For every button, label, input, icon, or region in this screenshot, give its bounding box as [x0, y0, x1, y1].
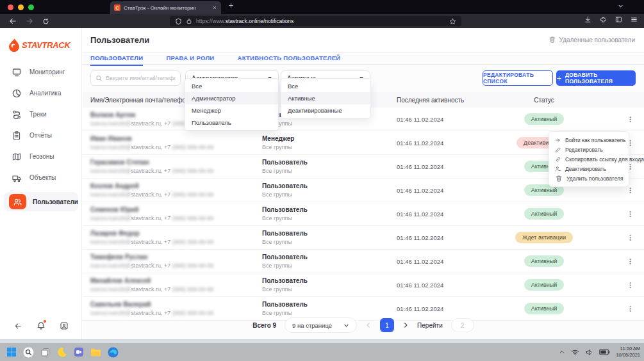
context-menu-item[interactable]: Войти как пользователь	[549, 135, 629, 145]
prev-page-button[interactable]	[365, 322, 372, 328]
battery-icon[interactable]	[599, 349, 610, 355]
page-number-button[interactable]: 1	[380, 318, 394, 332]
tracking-shield-icon[interactable]	[175, 18, 182, 25]
close-tab-icon[interactable]	[212, 5, 217, 10]
goto-label: Перейти	[417, 322, 443, 329]
status-option-Активные[interactable]: Активные	[281, 92, 370, 104]
row-menu-kebab-icon[interactable]	[627, 305, 634, 312]
context-menu-item[interactable]: Удалить пользователя	[549, 173, 629, 183]
goto-page-input[interactable]: 2	[451, 318, 474, 332]
role-option-Менеджер[interactable]: Менеджер	[185, 104, 278, 116]
search-box[interactable]	[90, 70, 181, 86]
sidebar-item-Мониторинг[interactable]: Мониторинг	[0, 61, 82, 83]
stavtrack-logo[interactable]: STAVTRACK	[8, 38, 70, 52]
taskbar-clock[interactable]: 11:00 AM 10/05/2021	[616, 346, 640, 358]
sidebar-item-Геозоны[interactable]: Геозоны	[0, 146, 82, 167]
status-option-Деактивированные[interactable]: Деактивированные	[281, 104, 370, 116]
trash-icon	[555, 175, 563, 182]
user-name: Савельев Валерий	[90, 301, 262, 308]
wifi-icon[interactable]	[571, 348, 579, 357]
row-context-menu: Войти как пользовательРедактироватьСкопи…	[549, 131, 629, 187]
users-icon	[13, 197, 22, 207]
sidebar-item-label: Пользователи	[33, 198, 78, 205]
table-row: Семенов Юрийivanov.ivan26@stavtrack.ru, …	[83, 202, 644, 226]
chat-icon[interactable]	[74, 347, 84, 357]
add-user-button[interactable]: ДОБАВИТЬ ПОЛЬЗОВАТЕЛЯ	[556, 70, 636, 86]
task-view-icon[interactable]	[40, 347, 51, 357]
user-deactivate-icon	[555, 166, 561, 172]
close-window-button[interactable]	[8, 4, 13, 10]
search-input[interactable]	[106, 75, 176, 81]
user-name: Семенов Юрий	[90, 206, 262, 213]
row-menu-kebab-icon[interactable]	[627, 282, 634, 289]
menu-icon[interactable]	[631, 16, 638, 23]
user-contact: ivanov.ivan26@stavtrack.ru, +7 (999) 999…	[90, 144, 262, 150]
context-menu-item[interactable]: Редактировать	[549, 145, 629, 154]
user-group: Все группы	[262, 286, 397, 293]
status-badge: Ждет активации	[515, 232, 573, 243]
profile-icon[interactable]	[60, 321, 69, 330]
new-tab-button[interactable]	[228, 3, 234, 8]
edge-icon[interactable]	[108, 347, 119, 358]
browser-tab[interactable]: C СтавТрэк - Онлайн мониторин	[110, 1, 221, 14]
forward-icon[interactable]	[26, 17, 33, 25]
user-group: Все группы	[262, 239, 397, 245]
user-group: Все группы	[262, 215, 397, 221]
user-contact: ivanov.ivan26@stavtrack.ru, +7 (999) 999…	[90, 168, 262, 174]
sidebar-item-Аналитика[interactable]: Аналитика	[0, 83, 82, 104]
back-icon[interactable]	[9, 17, 17, 25]
sidebar-item-Пользователи[interactable]: Пользователи	[4, 192, 78, 211]
edit-list-button[interactable]: РЕДАКТИРОВАТЬ СПИСОК	[483, 70, 553, 86]
address-bar[interactable]: https://www.stavtrack.online/notificatio…	[170, 16, 461, 26]
sidebar-item-Треки[interactable]: Треки	[0, 104, 82, 125]
role-dropdown-panel: ВсеАдминистраторМенеджерПользователь	[185, 78, 279, 131]
moon-icon[interactable]	[57, 347, 67, 357]
sidebar-item-label: Мониторинг	[29, 68, 65, 76]
sidebar: STAVTRACK МониторингАналитикаТрекиОтчёты…	[0, 28, 82, 339]
collapse-sidebar-icon[interactable]	[14, 321, 22, 330]
zoom-window-button[interactable]	[28, 4, 34, 10]
user-group: Все группы	[262, 120, 397, 127]
extensions-icon[interactable]	[600, 16, 607, 23]
user-group: Все группы	[262, 144, 397, 150]
row-menu-kebab-icon[interactable]	[627, 116, 634, 123]
sidebar-panel-icon[interactable]	[615, 16, 622, 23]
role-option-Все[interactable]: Все	[185, 80, 278, 92]
role-option-Администратор[interactable]: Администратор	[185, 92, 278, 104]
user-name: Козлов Андрей	[90, 182, 262, 189]
bookmark-star-icon[interactable]	[449, 18, 456, 25]
list-tabs-icon[interactable]	[618, 3, 623, 9]
sidebar-footer	[0, 321, 82, 330]
context-menu-item[interactable]: Скопировать ссылку для входа	[549, 154, 629, 164]
per-page-select[interactable]: 9 на странице	[285, 317, 357, 333]
row-menu-kebab-icon[interactable]	[627, 258, 634, 265]
reload-icon[interactable]	[42, 17, 49, 25]
volume-icon[interactable]	[585, 348, 593, 357]
row-menu-kebab-icon[interactable]	[627, 211, 634, 218]
sidebar-item-label: Объекты	[29, 174, 56, 181]
user-contact: ivanov.ivan26@stavtrack.ru, +7 (999) 999…	[90, 286, 262, 293]
page-header: Пользователи Удаленные пользователи	[83, 28, 644, 52]
sidebar-item-Объекты[interactable]: Объекты	[0, 167, 82, 188]
user-group: Все группы	[262, 310, 397, 316]
row-menu-kebab-icon[interactable]	[627, 234, 634, 241]
user-contact: ivanov.ivan26@stavtrack.ru, +7 (999) 999…	[90, 191, 262, 198]
deleted-users-link[interactable]: Удаленные пользователи	[549, 36, 635, 44]
user-contact: ivanov.ivan26@stavtrack.ru, +7 (999) 999…	[90, 310, 262, 316]
role-option-Пользователь[interactable]: Пользователь	[185, 116, 278, 129]
chevron-up-icon[interactable]	[559, 349, 565, 355]
search-taskbar-icon[interactable]	[23, 347, 34, 358]
context-menu-item[interactable]: Деактивировать	[549, 164, 629, 173]
notifications-bell-icon[interactable]	[37, 321, 45, 330]
login-arrow-icon	[555, 137, 561, 143]
user-contact: ivanov.ivan26@stavtrack.ru, +7 (999) 999…	[90, 215, 262, 221]
downloads-icon[interactable]	[584, 16, 591, 23]
last-activity: 01:46 11.02.2024	[397, 282, 493, 289]
row-menu-kebab-icon[interactable]	[627, 187, 634, 194]
minimize-window-button[interactable]	[18, 4, 24, 10]
next-page-button[interactable]	[402, 322, 409, 328]
sidebar-item-Отчёты[interactable]: Отчёты	[0, 125, 82, 146]
windows-icon[interactable]	[6, 347, 17, 357]
folder-icon[interactable]	[90, 348, 101, 357]
status-option-Все[interactable]: Все	[281, 80, 370, 92]
